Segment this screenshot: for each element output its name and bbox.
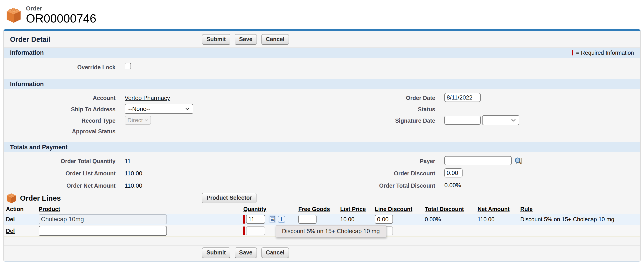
- page-header: Order OR00000746: [0, 0, 644, 24]
- submit-button[interactable]: Submit: [202, 248, 230, 258]
- order-edit-page: Order OR00000746 Order Detail Submit Sav…: [0, 0, 644, 264]
- quantity-input[interactable]: [246, 226, 265, 235]
- form-row: Order Total Quantity 11 Payer: [4, 155, 640, 167]
- col-free-goods[interactable]: Free Goods: [296, 205, 338, 214]
- cancel-button[interactable]: Cancel: [261, 34, 289, 45]
- product-input: [39, 214, 167, 224]
- form-row: Record Type Direct Signature Date: [4, 114, 640, 126]
- col-list-price[interactable]: List Price: [338, 205, 372, 214]
- quantity-input[interactable]: [246, 215, 265, 224]
- list-price-value: 10.00: [340, 216, 354, 223]
- account-label: Account: [93, 95, 116, 101]
- account-link[interactable]: Verteo Pharmacy: [124, 94, 170, 101]
- save-button[interactable]: Save: [235, 248, 257, 258]
- bottom-button-row: Submit Save Cancel: [4, 246, 640, 261]
- required-bar: [243, 227, 245, 235]
- override-lock-row: Override Lock: [4, 61, 640, 72]
- form-row: Order Net Amount 110.00 Order Total Disc…: [4, 179, 640, 191]
- order-cube-icon: [6, 192, 17, 204]
- lookup-icon[interactable]: [514, 156, 522, 165]
- payer-input[interactable]: [444, 156, 512, 165]
- col-rule[interactable]: Rule: [518, 205, 640, 214]
- signature-date-label: Signature Date: [395, 117, 435, 124]
- section-title: Information: [10, 81, 44, 88]
- page-title: OR00000746: [26, 12, 96, 25]
- delete-line-link[interactable]: Del: [6, 228, 15, 234]
- order-total-discount-label: Order Total Discount: [379, 182, 435, 189]
- free-goods-input[interactable]: [298, 215, 316, 224]
- order-total-discount-value: 0.00%: [444, 182, 461, 189]
- col-product[interactable]: Product: [36, 205, 241, 214]
- payer-label: Payer: [420, 158, 435, 164]
- order-cube-icon: [6, 6, 22, 24]
- order-date-label: Order Date: [406, 95, 435, 101]
- line-discount-input[interactable]: [375, 215, 393, 224]
- detail-header: Order Detail Submit Save Cancel: [4, 31, 640, 47]
- status-label: Status: [418, 106, 435, 112]
- section-title: Information: [10, 49, 44, 56]
- order-date-input[interactable]: [444, 93, 481, 102]
- col-action: Action: [4, 205, 36, 214]
- save-button[interactable]: Save: [235, 34, 257, 45]
- record-type-select: Direct: [124, 116, 151, 125]
- rule-tooltip: Discount 5% on 15+ Cholecap 10 mg: [276, 225, 386, 238]
- section-bar-information: Information: [4, 79, 640, 89]
- form-row: Account Verteo Pharmacy Order Date: [4, 92, 640, 103]
- required-bar-icon: [572, 50, 573, 55]
- order-net-amount-value: 110.00: [124, 182, 142, 189]
- order-lines-header: Order Lines Product Selector: [4, 191, 640, 205]
- override-lock-checkbox[interactable]: [124, 63, 131, 69]
- submit-button[interactable]: Submit: [202, 34, 230, 45]
- form-row: Ship To Address --None-- Status: [4, 103, 640, 114]
- form-row: Order List Amount 110.00 Order Discount: [4, 167, 640, 179]
- form-row: Approval Status: [4, 126, 640, 136]
- panel-title: Order Detail: [10, 35, 50, 44]
- required-bar: [243, 215, 245, 224]
- order-line-row: Del: [4, 214, 640, 225]
- cancel-button[interactable]: Cancel: [261, 248, 289, 258]
- order-list-amount-label: Order List Amount: [66, 170, 116, 177]
- product-input[interactable]: [39, 226, 167, 236]
- total-discount-value: 0.00%: [425, 216, 441, 223]
- override-lock-label: Override Lock: [77, 64, 116, 70]
- net-amount-value: 110.00: [478, 216, 494, 223]
- table-header-row: Action Product Quantity Free Goods List …: [4, 205, 640, 214]
- record-type-selected: Direct: [127, 117, 143, 124]
- calculator-icon[interactable]: [268, 215, 276, 223]
- svg-text:i: i: [280, 216, 282, 222]
- approval-status-label: Approval Status: [72, 128, 116, 135]
- ship-to-address-selected: --None--: [128, 105, 150, 112]
- col-quantity[interactable]: Quantity: [241, 205, 296, 214]
- order-total-quantity-label: Order Total Quantity: [61, 158, 116, 164]
- page-header-text: Order OR00000746: [26, 4, 96, 25]
- record-type-label: Record Type: [82, 117, 116, 124]
- signature-time-select[interactable]: [482, 115, 520, 125]
- top-button-row: Submit Save Cancel: [202, 34, 291, 45]
- ship-to-address-label: Ship To Address: [71, 106, 116, 112]
- section-bar-information-lock: Information = Required Information: [4, 48, 640, 58]
- totals-form: Order Total Quantity 11 Payer Order List…: [4, 155, 640, 191]
- order-total-quantity-value: 11: [124, 158, 131, 165]
- required-legend-text: = Required Information: [576, 49, 634, 56]
- order-list-amount-value: 110.00: [124, 170, 142, 177]
- section-title: Totals and Payment: [10, 144, 68, 151]
- col-line-discount[interactable]: Line Discount: [372, 205, 422, 214]
- delete-line-link[interactable]: Del: [6, 216, 15, 223]
- ship-to-address-select[interactable]: --None--: [124, 104, 193, 114]
- info-icon[interactable]: i: [278, 216, 285, 223]
- order-discount-label: Order Discount: [394, 170, 435, 177]
- product-selector-button[interactable]: Product Selector: [202, 193, 256, 203]
- entity-label: Order: [26, 5, 96, 12]
- chevron-down-icon: [145, 119, 148, 122]
- section-bar-totals: Totals and Payment: [4, 142, 640, 152]
- order-lines-title: Order Lines: [20, 194, 61, 202]
- chevron-down-icon: [511, 119, 516, 122]
- information-form: Account Verteo Pharmacy Order Date Ship …: [4, 92, 640, 136]
- order-net-amount-label: Order Net Amount: [66, 182, 116, 189]
- chevron-down-icon: [185, 107, 190, 110]
- col-net-amount[interactable]: Net Amount: [475, 205, 518, 214]
- required-legend: = Required Information: [572, 49, 634, 56]
- signature-date-input[interactable]: [444, 116, 481, 125]
- order-discount-input[interactable]: [444, 168, 462, 177]
- col-total-discount[interactable]: Total Discount: [422, 205, 475, 214]
